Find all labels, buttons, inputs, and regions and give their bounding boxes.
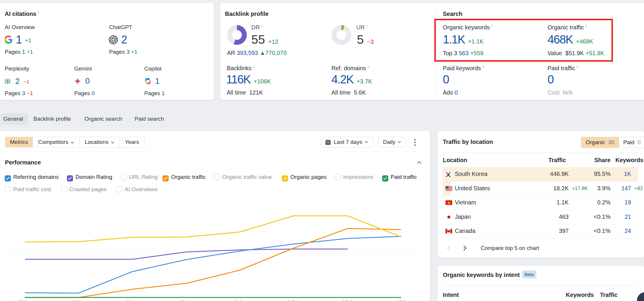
svg-text:30 Jan: 30 Jan [179,299,193,301]
svg-text:29 Jan: 29 Jan [126,299,139,301]
svg-text:28 Jan: 28 Jan [72,299,85,301]
svg-text:2 Feb: 2 Feb [342,299,353,301]
svg-text:27 Jan: 27 Jan [18,299,31,301]
svg-text:31 Jan: 31 Jan [233,299,246,301]
svg-text:1 Feb: 1 Feb [288,299,299,301]
svg-text:3 Feb: 3 Feb [396,299,407,301]
